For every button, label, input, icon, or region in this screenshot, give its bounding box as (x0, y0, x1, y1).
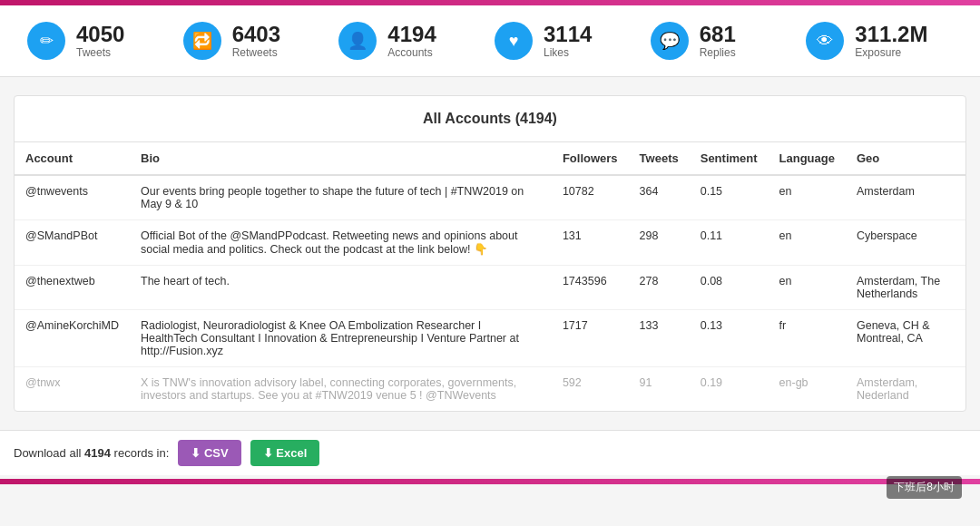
accounts-table: AccountBioFollowersTweetsSentimentLangua… (15, 142, 965, 411)
col-header-tweets: Tweets (629, 142, 690, 175)
stat-icon-likes: ♥ (495, 22, 533, 60)
stat-number-accounts: 4194 (387, 23, 436, 46)
stat-item-replies: 💬 681 Replies (651, 22, 798, 60)
table-row: @SMandPBotOfficial Bot of the @SMandPPod… (15, 220, 965, 266)
stat-number-tweets: 4050 (76, 23, 124, 46)
cell-row1-col6: Cyberspace (846, 220, 965, 266)
stat-icon-exposure: 👁 (806, 22, 844, 60)
table-title: All Accounts (4194) (15, 96, 965, 142)
cell-row1-col5: en (769, 220, 846, 266)
stat-number-exposure: 311.2M (855, 23, 927, 46)
cell-row2-col0: @thenextweb (15, 266, 130, 310)
col-header-bio: Bio (130, 142, 552, 175)
cell-row3-col6: Geneva, CH & Montreal, CA (846, 310, 965, 367)
table-row: @tnwxX is TNW's innovation advisory labe… (15, 367, 965, 412)
cell-row2-col5: en (769, 266, 846, 310)
download-label: Download all 4194 records in: (14, 446, 169, 460)
table-header: AccountBioFollowersTweetsSentimentLangua… (15, 142, 965, 175)
stat-number-replies: 681 (700, 23, 736, 46)
cell-row4-col0: @tnwx (15, 367, 130, 412)
cell-row3-col3: 133 (629, 310, 690, 367)
stat-item-likes: ♥ 3114 Likes (495, 22, 642, 60)
cell-row2-col2: 1743596 (552, 266, 629, 310)
stat-number-retweets: 6403 (232, 23, 280, 46)
stat-item-exposure: 👁 311.2M Exposure (806, 22, 953, 60)
stat-text-likes: 3114 Likes (544, 23, 592, 59)
table-row: @thenextwebThe heart of tech.17435962780… (15, 266, 965, 310)
col-header-followers: Followers (552, 142, 629, 175)
stat-label-exposure: Exposure (855, 46, 927, 59)
cell-row2-col3: 278 (629, 266, 690, 310)
cell-row3-col0: @AmineKorchiMD (15, 310, 130, 367)
cell-row4-col5: en-gb (769, 367, 846, 412)
excel-button[interactable]: ⬇ Excel (250, 440, 320, 466)
stat-label-retweets: Retweets (232, 46, 280, 59)
cell-row1-col3: 298 (629, 220, 690, 266)
stat-item-accounts: 👤 4194 Accounts (338, 22, 485, 60)
cell-row4-col4: 0.19 (690, 367, 769, 412)
table-body: @tnweventsOur events bring people togeth… (15, 175, 965, 411)
stat-icon-tweets: ✏ (27, 22, 65, 60)
cell-row1-col4: 0.11 (690, 220, 769, 266)
stat-icon-replies: 💬 (651, 22, 689, 60)
cell-row3-col2: 1717 (552, 310, 629, 367)
cell-row3-col4: 0.13 (690, 310, 769, 367)
stat-label-accounts: Accounts (387, 46, 436, 59)
main-content: All Accounts (4194) AccountBioFollowersT… (14, 95, 966, 412)
cell-row4-col3: 91 (629, 367, 690, 412)
stat-text-tweets: 4050 Tweets (76, 23, 124, 59)
stats-row: ✏ 4050 Tweets 🔁 6403 Retweets 👤 4194 Acc… (0, 5, 980, 77)
cell-row3-col5: fr (769, 310, 846, 367)
cell-row4-col1: X is TNW's innovation advisory label, co… (130, 367, 552, 412)
cell-row1-col0: @SMandPBot (15, 220, 130, 266)
bottom-bar (0, 479, 980, 484)
cell-row1-col1: Official Bot of the @SMandPPodcast. Retw… (130, 220, 552, 266)
col-header-account: Account (15, 142, 130, 175)
stat-label-likes: Likes (544, 46, 592, 59)
col-header-sentiment: Sentiment (690, 142, 769, 175)
col-header-geo: Geo (846, 142, 965, 175)
cell-row0-col2: 10782 (552, 175, 629, 220)
stat-label-replies: Replies (700, 46, 736, 59)
cell-row0-col3: 364 (629, 175, 690, 220)
cell-row4-col6: Amsterdam, Nederland (846, 367, 965, 412)
header-row: AccountBioFollowersTweetsSentimentLangua… (15, 142, 965, 175)
stat-item-tweets: ✏ 4050 Tweets (27, 22, 174, 60)
stat-icon-accounts: 👤 (338, 22, 377, 60)
cell-row0-col0: @tnwevents (15, 175, 130, 220)
stat-item-retweets: 🔁 6403 Retweets (183, 22, 330, 60)
cell-row2-col4: 0.08 (690, 266, 769, 310)
cell-row2-col1: The heart of tech. (130, 266, 552, 310)
cell-row3-col1: Radiologist, Neuroradiologist & Knee OA … (130, 310, 552, 367)
footer-bar: Download all 4194 records in: ⬇ CSV ⬇ Ex… (0, 430, 980, 475)
cell-row2-col6: Amsterdam, The Netherlands (846, 266, 965, 310)
stat-text-exposure: 311.2M Exposure (855, 23, 927, 59)
stat-number-likes: 3114 (544, 23, 592, 46)
stat-label-tweets: Tweets (76, 46, 124, 59)
table-row: @AmineKorchiMDRadiologist, Neuroradiolog… (15, 310, 965, 367)
csv-button[interactable]: ⬇ CSV (178, 440, 240, 466)
stat-text-replies: 681 Replies (700, 23, 736, 59)
col-header-language: Language (769, 142, 846, 175)
cell-row0-col6: Amsterdam (846, 175, 965, 220)
cell-row4-col2: 592 (552, 367, 629, 412)
stat-icon-retweets: 🔁 (183, 22, 221, 60)
cell-row0-col4: 0.15 (690, 175, 769, 220)
cell-row0-col5: en (769, 175, 846, 220)
stat-text-retweets: 6403 Retweets (232, 23, 280, 59)
table-row: @tnweventsOur events bring people togeth… (15, 175, 965, 220)
cell-row1-col2: 131 (552, 220, 629, 266)
stat-text-accounts: 4194 Accounts (387, 23, 436, 59)
cell-row0-col1: Our events bring people together to shap… (130, 175, 552, 220)
